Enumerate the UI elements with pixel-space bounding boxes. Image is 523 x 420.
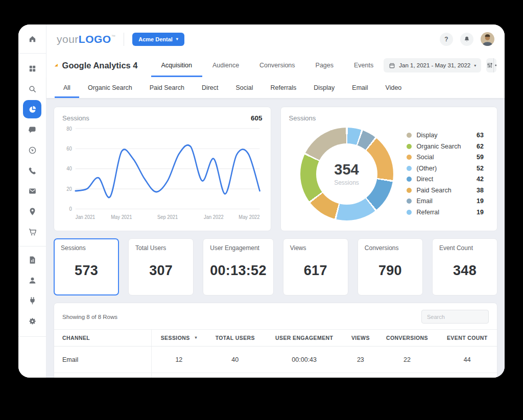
chevron-down-icon: ▾ [176,37,178,41]
legend-item-display: Display63 [407,132,484,139]
metric-cell: 23 [438,373,497,378]
plug-icon [28,297,37,305]
legend-value: 19 [477,209,484,216]
line-chart-svg: 020406080Jan 2021May 2021Sep 2021Jan 202… [62,124,263,224]
legend-label: Referral [417,209,439,216]
stat-card-value: 348 [439,252,490,289]
filter-tab-video[interactable]: Video [377,77,411,98]
main-column: yourLOGO™ Acme Dental ▾ ? [46,24,505,378]
date-range-button[interactable]: Jan 1, 2021 - May 31, 2022 ▾ [384,58,481,72]
sidebar-item-home[interactable] [23,30,41,48]
sidebar-item-chat[interactable] [23,120,41,139]
filter-tab-organic-search[interactable]: Organic Search [79,77,141,98]
notifications-button[interactable] [460,33,473,46]
channel-cell: Paid Search [54,373,152,378]
sessions-donut-chart: 354 Sessions [300,128,393,220]
tab-events[interactable]: Events [344,54,384,77]
sidebar-item-apps-grid[interactable] [23,59,41,78]
donut-legend: Display63Organic Search62Social59(Other)… [407,132,487,216]
sidebar-item-pie-chart[interactable] [23,100,41,118]
stat-card-user-engagement[interactable]: User Engagement00:13:52 [203,238,273,295]
sidebar-group-0 [18,24,46,54]
filter-tab-display[interactable]: Display [305,77,343,98]
sidebar-item-user[interactable] [23,271,41,289]
filter-tab-direct[interactable]: Direct [193,77,227,98]
donut-center-value: 354 [334,161,359,178]
metric-cell: 21 [206,373,265,378]
column-header-total-users[interactable]: TOTAL USERS [206,330,265,347]
filters-sliders-button[interactable] [486,58,493,72]
sliders-icon [486,62,493,69]
sidebar-item-report-doc[interactable] [23,251,41,269]
column-header-views[interactable]: VIEWS [344,330,376,347]
client-dropdown[interactable]: Acme Dental ▾ [132,33,184,46]
filter-tab-referrals[interactable]: Referrals [262,77,305,98]
stat-card-conversions[interactable]: Conversions790 [358,238,423,295]
brand-logo: yourLOGO™ [57,33,115,45]
table-search-input[interactable] [421,310,489,324]
column-header-conversions[interactable]: CONVERSIONS [376,330,437,347]
metric-cell: 9 [152,373,206,378]
column-header-channel[interactable]: CHANNEL [54,330,152,347]
table-header-row: CHANNELSESSIONS▾TOTAL USERSUSER ENGAGEME… [54,330,497,347]
legend-item-social: Social59 [407,154,484,161]
stat-cards-row: Sessions573Total Users307User Engagement… [54,238,497,295]
tab-pages[interactable]: Pages [305,54,344,77]
report-title: Google Analytics 4 [62,61,138,70]
metric-cell: 22 [376,347,437,373]
legend-label: Organic Search [417,143,461,150]
metric-cell: 7 [376,373,437,378]
legend-dot [407,199,412,204]
location-pin-icon [28,207,37,216]
stat-card-total-users[interactable]: Total Users307 [128,238,194,295]
charts-row: Sessions 605 020406080Jan 2021May 2021Se… [54,107,497,231]
legend-item--other-: (Other)52 [407,165,484,172]
stat-card-value: 617 [290,252,341,289]
column-header-user-engagement[interactable]: USER ENGAGEMENT [264,330,344,347]
phone-icon [28,166,37,175]
column-header-event-count[interactable]: EVENT COUNT [438,330,497,347]
filter-tab-email[interactable]: Email [343,77,376,98]
brand-trademark: ™ [111,34,116,39]
sidebar-item-plug[interactable] [23,291,41,310]
stat-card-event-count[interactable]: Event Count348 [432,238,497,295]
legend-item-direct: Direct42 [407,176,484,183]
filter-tab-social[interactable]: Social [227,77,262,98]
legend-value: 62 [477,143,484,150]
stat-card-views[interactable]: Views617 [283,238,348,295]
table-row-email: Email124000:00:43232244 [54,347,497,373]
filter-tab-paid-search[interactable]: Paid Search [141,77,193,98]
sidebar-item-gear[interactable] [23,312,41,330]
help-button[interactable]: ? [440,33,453,46]
table-row-paid-search: Paid Search92100:00:3711723 [54,373,497,378]
svg-text:Jan 2021: Jan 2021 [76,214,96,220]
legend-label: Email [417,197,433,205]
sidebar-item-search[interactable] [23,80,41,98]
sidebar-item-phone[interactable] [23,161,41,180]
stat-card-value: 307 [135,252,186,289]
legend-dot [407,166,412,171]
legend-label: Direct [417,176,434,183]
filter-tab-all[interactable]: All [55,77,79,98]
sidebar-group-2 [18,246,46,337]
sidebar-item-mail[interactable] [23,182,41,200]
column-header-sessions[interactable]: SESSIONS▾ [152,330,206,347]
legend-dot [407,188,412,193]
stat-card-label: Views [290,244,341,252]
share-button[interactable] [493,58,496,72]
legend-value: 42 [477,176,484,183]
stat-card-sessions[interactable]: Sessions573 [54,238,119,295]
tab-acquisition[interactable]: Acquisition [151,54,202,77]
sidebar-item-cart[interactable] [23,223,41,241]
sidebar-item-location-pin[interactable] [23,202,41,220]
avatar[interactable] [481,32,494,46]
legend-item-referral: Referral19 [407,209,484,216]
brand-logo-your: your [57,33,79,45]
svg-text:Sep 2021: Sep 2021 [157,214,178,220]
sidebar-item-ads-target[interactable] [23,141,41,159]
stat-card-label: Conversions [365,244,416,252]
tab-conversions[interactable]: Conversions [249,54,305,77]
metric-cell: 00:00:37 [264,373,344,378]
chevron-down-icon: ▾ [474,63,476,68]
tab-audience[interactable]: Audience [202,54,249,77]
